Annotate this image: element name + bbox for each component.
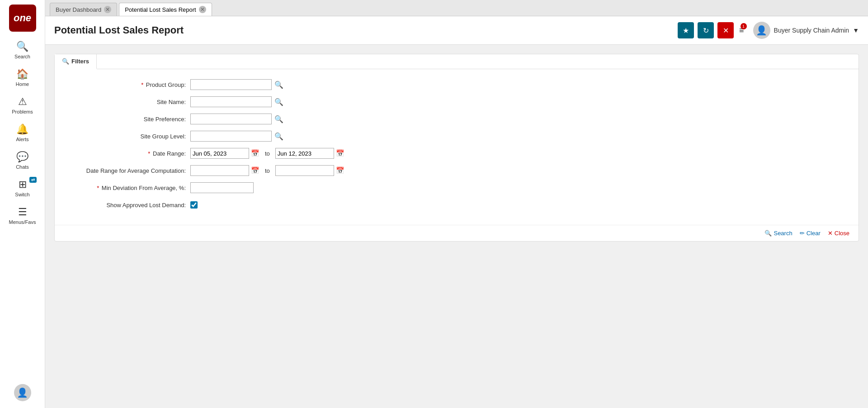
refresh-button[interactable]: ↻ bbox=[698, 22, 714, 38]
show-approved-row: Show Approved Lost Demand: bbox=[64, 199, 849, 211]
favorite-button[interactable]: ★ bbox=[678, 22, 694, 38]
sidebar-avatar: 👤 bbox=[14, 384, 31, 401]
close-link-label: Close bbox=[835, 230, 849, 237]
filters-tab[interactable]: 🔍 Filters bbox=[55, 54, 97, 69]
logo[interactable]: one bbox=[9, 5, 36, 32]
tab-buyer-dashboard[interactable]: Buyer Dashboard ✕ bbox=[50, 3, 117, 16]
date-avg-to-calendar-button[interactable]: 📅 bbox=[336, 166, 344, 175]
clear-link-icon: ✏ bbox=[800, 230, 805, 237]
close-link[interactable]: ✕ Close bbox=[828, 230, 849, 237]
search-link[interactable]: 🔍 Search bbox=[764, 230, 792, 237]
header: Potential Lost Sales Report ★ ↻ ✕ ≡ 1 👤 … bbox=[45, 16, 868, 45]
site-preference-input[interactable] bbox=[190, 114, 272, 124]
site-name-label: Site Name: bbox=[64, 99, 190, 105]
site-group-level-search-button[interactable]: 🔍 bbox=[274, 131, 284, 142]
product-group-input[interactable] bbox=[190, 79, 272, 90]
user-name: Buyer Supply Chain Admin bbox=[774, 27, 849, 34]
date-range-to-calendar-button[interactable]: 📅 bbox=[336, 149, 344, 157]
tab-potential-lost-sales[interactable]: Potential Lost Sales Report ✕ bbox=[119, 3, 212, 16]
date-range-to-separator: to bbox=[261, 150, 274, 157]
site-preference-row: Site Preference: 🔍 bbox=[64, 113, 849, 125]
site-group-level-input[interactable] bbox=[190, 131, 272, 142]
filter-actions: 🔍 Search ✏ Clear ✕ Close bbox=[55, 225, 859, 241]
sidebar-item-avatar[interactable]: 👤 bbox=[0, 380, 45, 408]
switch-badge: ⇄ bbox=[29, 177, 37, 183]
site-name-row: Site Name: 🔍 bbox=[64, 95, 849, 108]
site-name-search-button[interactable]: 🔍 bbox=[274, 97, 284, 107]
date-range-avg-label: Date Range for Average Computation: bbox=[64, 167, 190, 174]
min-deviation-row: * Min Deviation From Average, %: bbox=[64, 181, 849, 194]
tab-bar: Buyer Dashboard ✕ Potential Lost Sales R… bbox=[45, 0, 868, 16]
site-preference-label: Site Preference: bbox=[64, 116, 190, 123]
sidebar-item-chats[interactable]: 💬 Chats bbox=[0, 147, 45, 174]
chats-icon: 💬 bbox=[16, 151, 28, 163]
alerts-icon: 🔔 bbox=[16, 123, 28, 135]
tab-buyer-dashboard-close[interactable]: ✕ bbox=[104, 6, 111, 13]
filters-body: * Product Group: 🔍 Site Name: � bbox=[55, 69, 859, 225]
user-section: 👤 Buyer Supply Chain Admin ▼ bbox=[753, 22, 859, 39]
problems-icon: ⚠ bbox=[18, 96, 27, 108]
search-link-icon: 🔍 bbox=[764, 230, 772, 237]
clear-link[interactable]: ✏ Clear bbox=[800, 230, 821, 237]
sidebar-item-home[interactable]: 🏠 Home bbox=[0, 64, 45, 91]
sidebar-label-switch: Switch bbox=[15, 192, 29, 197]
site-name-input[interactable] bbox=[190, 96, 272, 107]
filters-search-icon: 🔍 bbox=[62, 58, 69, 65]
date-range-from-input[interactable] bbox=[190, 148, 249, 159]
notification-badge: 1 bbox=[741, 23, 747, 29]
close-link-icon: ✕ bbox=[828, 230, 833, 237]
header-actions: ★ ↻ ✕ ≡ 1 👤 Buyer Supply Chain Admin ▼ bbox=[678, 22, 859, 39]
page-title: Potential Lost Sales Report bbox=[54, 24, 678, 36]
sidebar-item-problems[interactable]: ⚠ Problems bbox=[0, 91, 45, 119]
main-content: Buyer Dashboard ✕ Potential Lost Sales R… bbox=[45, 0, 868, 408]
close-report-button[interactable]: ✕ bbox=[717, 22, 734, 38]
sidebar-item-search[interactable]: 🔍 Search bbox=[0, 36, 45, 64]
user-dropdown-button[interactable]: ▼ bbox=[853, 27, 859, 34]
product-group-row: * Product Group: 🔍 bbox=[64, 78, 849, 91]
clear-link-label: Clear bbox=[807, 230, 821, 237]
date-range-row: * Date Range: 📅 to 📅 bbox=[64, 147, 849, 160]
sidebar-item-alerts[interactable]: 🔔 Alerts bbox=[0, 119, 45, 147]
site-group-level-label: Site Group Level: bbox=[64, 133, 190, 140]
site-preference-search-button[interactable]: 🔍 bbox=[274, 114, 284, 124]
show-approved-checkbox[interactable] bbox=[190, 201, 198, 209]
date-avg-to-input[interactable] bbox=[275, 165, 334, 176]
date-range-to-input[interactable] bbox=[275, 148, 334, 159]
tab-potential-lost-sales-close[interactable]: ✕ bbox=[199, 6, 206, 13]
sidebar-item-switch[interactable]: ⊞ ⇄ Switch bbox=[0, 174, 45, 202]
show-approved-label: Show Approved Lost Demand: bbox=[64, 202, 190, 209]
date-range-label: * Date Range: bbox=[64, 150, 190, 157]
sidebar-label-home: Home bbox=[16, 81, 29, 87]
date-avg-to-separator: to bbox=[261, 167, 274, 174]
min-deviation-label: * Min Deviation From Average, %: bbox=[64, 185, 190, 191]
menus-icon: ☰ bbox=[18, 206, 27, 218]
sidebar-label-search: Search bbox=[14, 54, 30, 59]
product-group-label: * Product Group: bbox=[64, 81, 190, 88]
filters-tab-bar: 🔍 Filters bbox=[55, 54, 859, 69]
sidebar-label-alerts: Alerts bbox=[16, 137, 28, 142]
site-group-level-row: Site Group Level: 🔍 bbox=[64, 130, 849, 142]
sidebar-label-menus: Menus/Favs bbox=[9, 219, 36, 225]
sidebar: one 🔍 Search 🏠 Home ⚠ Problems 🔔 Alerts … bbox=[0, 0, 45, 408]
filters-tab-label: Filters bbox=[71, 58, 89, 65]
date-avg-from-input[interactable] bbox=[190, 165, 249, 176]
user-avatar: 👤 bbox=[753, 22, 770, 39]
sidebar-label-problems: Problems bbox=[12, 109, 33, 114]
switch-icon: ⊞ bbox=[19, 179, 27, 190]
content-area: 🔍 Filters * Product Group: 🔍 bbox=[45, 45, 868, 408]
sidebar-item-menus[interactable]: ☰ Menus/Favs bbox=[0, 202, 45, 229]
search-icon: 🔍 bbox=[16, 41, 28, 52]
menu-button[interactable]: ≡ 1 bbox=[737, 24, 746, 37]
tab-buyer-dashboard-label: Buyer Dashboard bbox=[56, 6, 101, 13]
tab-potential-lost-sales-label: Potential Lost Sales Report bbox=[125, 6, 196, 13]
filters-panel: 🔍 Filters * Product Group: 🔍 bbox=[54, 54, 859, 242]
home-icon: 🏠 bbox=[16, 68, 28, 80]
date-range-avg-row: Date Range for Average Computation: 📅 to… bbox=[64, 164, 849, 177]
product-group-search-button[interactable]: 🔍 bbox=[274, 80, 284, 90]
logo-text: one bbox=[14, 12, 31, 24]
sidebar-label-chats: Chats bbox=[16, 164, 29, 170]
date-range-from-calendar-button[interactable]: 📅 bbox=[251, 149, 259, 157]
date-avg-from-calendar-button[interactable]: 📅 bbox=[251, 166, 259, 175]
search-link-label: Search bbox=[774, 230, 792, 237]
min-deviation-input[interactable] bbox=[190, 182, 254, 193]
